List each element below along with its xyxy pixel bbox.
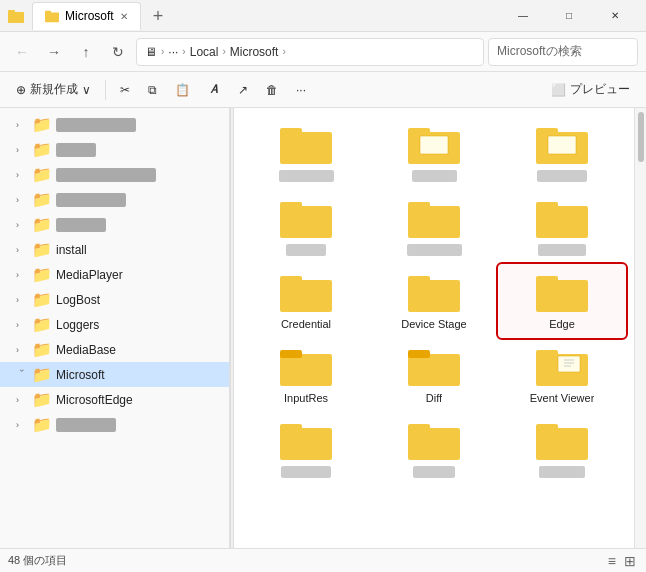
- sidebar-item-install[interactable]: › 📁 install: [0, 237, 229, 262]
- sidebar-item-loggers[interactable]: › 📁 Loggers: [0, 312, 229, 337]
- folder-icon-large: [536, 346, 588, 388]
- sidebar-item-2[interactable]: › 📁: [0, 137, 229, 162]
- close-button[interactable]: ✕: [592, 0, 638, 32]
- refresh-button[interactable]: ↻: [104, 38, 132, 66]
- paste-icon: 📋: [175, 83, 190, 97]
- back-button[interactable]: ←: [8, 38, 36, 66]
- path-microsoft[interactable]: Microsoft: [230, 45, 279, 59]
- file-item-b13[interactable]: [242, 412, 370, 486]
- toolbar-separator-1: [105, 80, 106, 100]
- sidebar-item-label: MicrosoftEdge: [56, 393, 133, 407]
- sidebar-item-label: [56, 118, 136, 132]
- preview-button[interactable]: ⬜ プレビュー: [543, 77, 638, 102]
- file-area-wrapper: Credential Device Stage Edge: [234, 108, 646, 548]
- sidebar-item-microsoftedge[interactable]: › 📁 MicrosoftEdge: [0, 387, 229, 412]
- delete-button[interactable]: 🗑: [258, 79, 286, 101]
- folder-icon-large: [280, 272, 332, 314]
- file-item-b14[interactable]: [370, 412, 498, 486]
- file-item-event-viewer[interactable]: Event Viewer: [498, 338, 626, 412]
- file-label: [413, 466, 455, 478]
- scroll-thumb[interactable]: [638, 112, 644, 162]
- paste-button[interactable]: 📋: [167, 79, 198, 101]
- grid-view-button[interactable]: ⊞: [622, 553, 638, 569]
- active-tab[interactable]: Microsoft ✕: [32, 2, 141, 30]
- expand-arrow: ›: [16, 345, 28, 355]
- file-label: [281, 466, 331, 478]
- file-item[interactable]: [498, 190, 626, 264]
- svg-rect-2: [45, 13, 59, 23]
- folder-icon-large: [536, 198, 588, 240]
- folder-icon-large: [536, 124, 588, 166]
- new-dropdown-icon: ∨: [82, 83, 91, 97]
- file-item-edge[interactable]: Edge: [498, 264, 626, 338]
- maximize-button[interactable]: □: [546, 0, 592, 32]
- file-item-inputres[interactable]: InputRes: [242, 338, 370, 412]
- share-button[interactable]: ↗: [230, 79, 256, 101]
- forward-button[interactable]: →: [40, 38, 68, 66]
- list-view-button[interactable]: ≡: [606, 553, 618, 569]
- search-box[interactable]: Microsoftの検索: [488, 38, 638, 66]
- sidebar-item-label: LogBost: [56, 293, 100, 307]
- file-item[interactable]: [498, 116, 626, 190]
- file-item[interactable]: [242, 116, 370, 190]
- sidebar-item-microsoft[interactable]: › 📁 Microsoft: [0, 362, 229, 387]
- folder-icon-large: [536, 420, 588, 462]
- expand-arrow: ›: [16, 120, 28, 130]
- cut-button[interactable]: ✂: [112, 79, 138, 101]
- folder-icon: 📁: [32, 415, 52, 434]
- file-label: [538, 244, 586, 256]
- file-item-device-stage[interactable]: Device Stage: [370, 264, 498, 338]
- expand-arrow: ›: [16, 395, 28, 405]
- file-item-b15[interactable]: [498, 412, 626, 486]
- file-item-diff[interactable]: Diff: [370, 338, 498, 412]
- copy-button[interactable]: ⧉: [140, 79, 165, 101]
- sidebar-item-blurred[interactable]: › 📁: [0, 412, 229, 437]
- sidebar-item-5[interactable]: › 📁: [0, 212, 229, 237]
- svg-rect-12: [280, 206, 332, 238]
- sidebar-item-label: [56, 168, 156, 182]
- file-label: Event Viewer: [530, 392, 595, 404]
- sidebar-item-3[interactable]: › 📁: [0, 162, 229, 187]
- file-label: [286, 244, 326, 256]
- path-local[interactable]: Local: [190, 45, 219, 59]
- sidebar-item-label: install: [56, 243, 87, 257]
- more-icon: ···: [296, 83, 306, 97]
- sidebar-item-label: MediaBase: [56, 343, 116, 357]
- sidebar-item-mediaplayer[interactable]: › 📁 MediaPlayer: [0, 262, 229, 287]
- window-controls: — □ ✕: [500, 0, 638, 32]
- folder-icon-large: [280, 198, 332, 240]
- sidebar-item-label: [56, 193, 126, 207]
- folder-icon: 📁: [32, 390, 52, 409]
- minimize-button[interactable]: —: [500, 0, 546, 32]
- folder-icon: 📁: [32, 115, 52, 134]
- expand-arrow: ›: [16, 270, 28, 280]
- file-label: [407, 244, 462, 256]
- new-tab-button[interactable]: +: [149, 7, 168, 25]
- statusbar-right: ≡ ⊞: [606, 553, 638, 569]
- sidebar-item-logbost[interactable]: › 📁 LogBost: [0, 287, 229, 312]
- sidebar-item-1[interactable]: › 📁: [0, 112, 229, 137]
- path-more-button[interactable]: ···: [168, 45, 178, 59]
- address-path[interactable]: 🖥 › ··· › Local › Microsoft ›: [136, 38, 484, 66]
- expand-arrow: ›: [16, 170, 28, 180]
- new-button[interactable]: ⊕ 新規作成 ∨: [8, 77, 99, 102]
- sidebar-item-4[interactable]: › 📁: [0, 187, 229, 212]
- folder-icon-large: [280, 346, 332, 388]
- svg-rect-34: [280, 428, 332, 460]
- file-label: Device Stage: [401, 318, 466, 330]
- sidebar-item-mediabase[interactable]: › 📁 MediaBase: [0, 337, 229, 362]
- file-item-credential[interactable]: Credential: [242, 264, 370, 338]
- tab-close-button[interactable]: ✕: [120, 11, 128, 22]
- file-item[interactable]: [242, 190, 370, 264]
- folder-icon: 📁: [32, 340, 52, 359]
- file-item[interactable]: [370, 116, 498, 190]
- svg-rect-4: [280, 132, 332, 164]
- file-item[interactable]: [370, 190, 498, 264]
- svg-rect-30: [558, 356, 580, 372]
- more-button[interactable]: ···: [288, 79, 314, 101]
- scrollbar[interactable]: [634, 108, 646, 548]
- svg-rect-13: [280, 202, 302, 210]
- rename-button[interactable]: Ａ: [200, 77, 228, 102]
- folder-icon: 📁: [32, 165, 52, 184]
- up-button[interactable]: ↑: [72, 38, 100, 66]
